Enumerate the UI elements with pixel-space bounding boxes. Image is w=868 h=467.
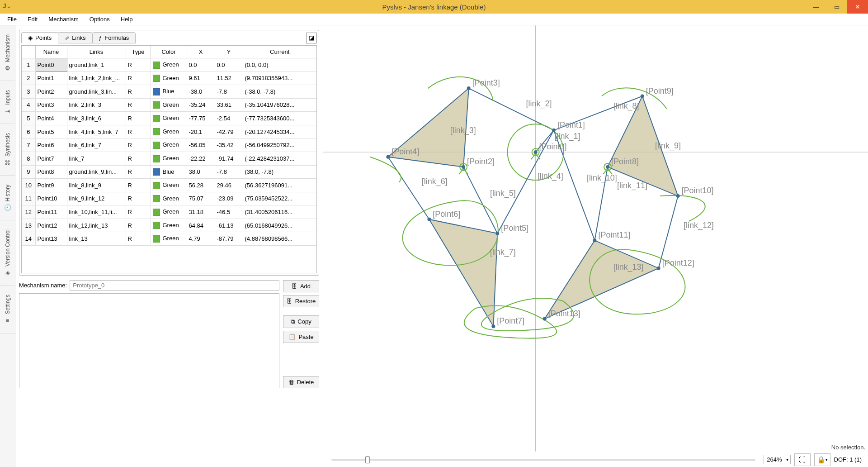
svg-line-14: [659, 196, 678, 268]
collapse-button[interactable]: ◪: [306, 33, 317, 43]
link-label: [link_6]: [422, 177, 448, 186]
maximize-button[interactable]: ▭: [826, 0, 847, 14]
add-button[interactable]: 🗄Add: [283, 280, 319, 292]
table-row[interactable]: 14Point13link_13RGreen4.79-87.79(4.88768…: [22, 232, 316, 246]
svg-point-32: [543, 317, 547, 321]
table-row[interactable]: 1Point0ground,link_1RGreen0.00.0(0.0, 0.…: [22, 58, 316, 72]
lock-button[interactable]: 🔒▾: [814, 453, 830, 466]
minimize-button[interactable]: ―: [806, 0, 826, 14]
svg-marker-3: [429, 219, 497, 326]
table-row[interactable]: 6Point5link_4,link_5,link_7RGreen-20.1-4…: [22, 125, 316, 138]
synthesis-icon: ⌘: [5, 159, 10, 166]
fit-view-button[interactable]: ⛶: [794, 453, 811, 466]
svg-point-21: [462, 165, 465, 169]
link-label: [link_9]: [655, 141, 681, 151]
color-swatch: [153, 182, 160, 189]
sidetab-version-control[interactable]: Version Control◈: [0, 220, 15, 286]
point-label: [Point5]: [501, 224, 528, 233]
svg-point-22: [467, 86, 471, 90]
app-icon: J⌄: [3, 2, 12, 11]
tab-points[interactable]: ◉Points: [21, 32, 58, 43]
col-header[interactable]: [22, 46, 35, 58]
link-label: [link_13]: [613, 262, 644, 272]
table-row[interactable]: 11Point10link_9,link_12RGreen75.07-23.09…: [22, 192, 316, 205]
color-swatch: [153, 115, 160, 122]
svg-point-29: [676, 194, 680, 198]
table-row[interactable]: 3Point2ground,link_3,lin...RBlue-38.0-7.…: [22, 85, 316, 99]
col-header[interactable]: Y: [215, 46, 243, 58]
menubar: FileEditMechanismOptionsHelp: [0, 14, 868, 25]
svg-point-26: [491, 324, 495, 328]
col-header[interactable]: Name: [35, 46, 67, 58]
table-row[interactable]: 9Point8ground,link_9,lin...RBlue38.0-7.8…: [22, 165, 316, 179]
menu-help[interactable]: Help: [116, 14, 137, 24]
sidetab-settings[interactable]: Settings≡: [0, 286, 15, 333]
table-row[interactable]: 4Point3link_2,link_3RGreen-35.2433.61(-3…: [22, 98, 316, 112]
chevron-down-icon: ▾: [786, 457, 788, 462]
canvas-area[interactable]: [Point0][Point1][Point2][Point3][Point4]…: [323, 25, 868, 467]
sidetab-history[interactable]: History🕘: [0, 176, 15, 220]
menu-edit[interactable]: Edit: [23, 14, 42, 24]
color-swatch: [153, 128, 160, 135]
color-swatch: [153, 75, 160, 82]
table-row[interactable]: 13Point12link_12,link_13RGreen64.84-61.1…: [22, 219, 316, 232]
mechanism-store: Mechanism name: 🗄Add 🗄Restore ⧉Copy 📋Pas…: [19, 280, 319, 388]
formulas-icon: ƒ: [99, 35, 102, 41]
color-swatch: [153, 195, 160, 202]
point-label: [Point1]: [557, 120, 585, 129]
tab-formulas[interactable]: ƒFormulas: [92, 32, 136, 43]
points-table[interactable]: NameLinksTypeColorXYCurrent 1Point0groun…: [21, 45, 317, 273]
point-label: [Point8]: [611, 157, 639, 166]
mechanism-list[interactable]: [19, 293, 279, 388]
slider-thumb[interactable]: [365, 456, 370, 463]
table-row[interactable]: 10Point9link_8,link_9RGreen56.2829.46(56…: [22, 179, 316, 192]
col-header[interactable]: X: [187, 46, 215, 58]
svg-point-31: [657, 267, 660, 270]
point-label: [Point9]: [646, 86, 674, 95]
color-swatch: [153, 155, 160, 162]
points-panel: ◉Points⇗LinksƒFormulas◪ NameLinksTypeCol…: [19, 30, 319, 276]
restore-button[interactable]: 🗄Restore: [283, 295, 319, 307]
copy-button[interactable]: ⧉Copy: [283, 315, 319, 328]
table-row[interactable]: 7Point6link_6,link_7RGreen-56.05-35.42(-…: [22, 138, 316, 152]
menu-options[interactable]: Options: [85, 14, 114, 24]
color-swatch: [153, 235, 160, 243]
point-label: [Point0]: [539, 142, 567, 151]
col-header[interactable]: Color: [151, 46, 187, 58]
svg-line-10: [463, 167, 497, 234]
delete-button[interactable]: 🗑Delete: [283, 376, 319, 388]
point-label: [Point7]: [497, 316, 524, 325]
mechanism-name-input[interactable]: [70, 280, 279, 291]
table-row[interactable]: 2Point1link_1,link_2,link_...RGreen9.611…: [22, 71, 316, 85]
settings-icon: ≡: [6, 317, 9, 324]
point-label: [Point12]: [662, 258, 694, 267]
zoom-select[interactable]: 264%▾: [764, 455, 790, 464]
time-slider[interactable]: [331, 459, 755, 461]
table-row[interactable]: 5Point4link_3,link_6RGreen-77.75-2.54(-7…: [22, 112, 316, 125]
table-row[interactable]: 8Point7link_7RGreen-22.22-91.74(-22.4284…: [22, 152, 316, 165]
paste-button[interactable]: 📋Paste: [283, 331, 319, 343]
col-header[interactable]: Links: [67, 46, 126, 58]
link-label: [link_8]: [613, 101, 639, 111]
paste-icon: 📋: [288, 334, 296, 340]
sidetab-synthesis[interactable]: Synthesis⌘: [0, 124, 15, 176]
col-header[interactable]: Type: [126, 46, 151, 58]
tab-links[interactable]: ⇗Links: [58, 32, 92, 43]
svg-point-25: [427, 218, 431, 221]
menu-file[interactable]: File: [3, 14, 21, 24]
svg-line-11: [388, 157, 429, 219]
dof-label: DOF: 1 (1): [834, 456, 864, 463]
history-icon: 🕘: [4, 204, 11, 211]
link-label: [link_2]: [526, 99, 552, 109]
sidetab-inputs[interactable]: Inputs⇥: [0, 81, 15, 124]
mechanism-canvas[interactable]: [Point0][Point1][Point2][Point3][Point4]…: [323, 25, 868, 452]
color-swatch: [153, 62, 160, 69]
left-panel: ◉Points⇗LinksƒFormulas◪ NameLinksTypeCol…: [15, 25, 323, 467]
table-row[interactable]: 12Point11link_10,link_11,li...RGreen31.1…: [22, 205, 316, 219]
menu-mechanism[interactable]: Mechanism: [44, 14, 83, 24]
color-swatch: [153, 142, 160, 149]
version control-icon: ◈: [5, 269, 10, 276]
close-button[interactable]: ✕: [847, 0, 868, 14]
col-header[interactable]: Current: [243, 46, 316, 58]
sidetab-mechanism[interactable]: Mechanism⚙: [0, 25, 15, 81]
